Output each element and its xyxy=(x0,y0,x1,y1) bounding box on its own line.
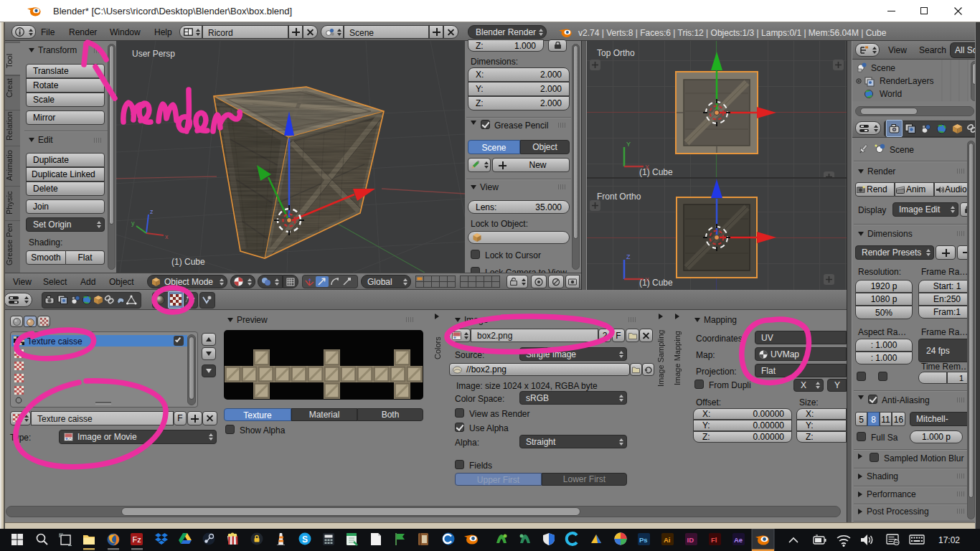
svg-text:ID: ID xyxy=(687,536,694,544)
svg-text:Z: Z xyxy=(626,253,631,260)
svg-text:y: y xyxy=(131,220,135,227)
svg-text:Fz: Fz xyxy=(133,535,141,544)
svg-text:Ps: Ps xyxy=(639,536,648,544)
svg-text:Ae: Ae xyxy=(734,536,743,544)
svg-text:S: S xyxy=(302,534,308,545)
svg-text:z: z xyxy=(150,208,154,215)
svg-text:17:02: 17:02 xyxy=(938,535,960,545)
svg-text:Ai: Ai xyxy=(664,536,671,544)
svg-text:Y: Y xyxy=(626,141,631,148)
svg-text:Fl: Fl xyxy=(711,536,717,544)
svg-text:x: x xyxy=(165,233,169,240)
